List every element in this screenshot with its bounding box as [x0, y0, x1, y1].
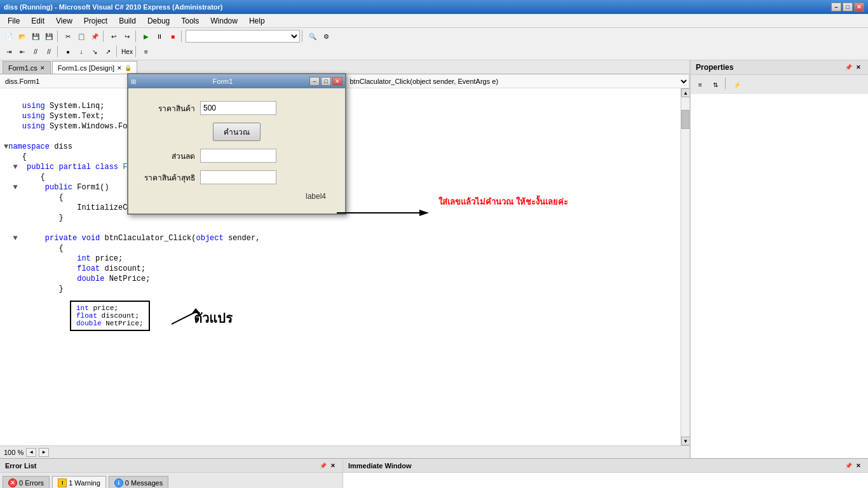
toolbar-row-2: ⇥ ⇤ // // ● ↓ ↘ ↗ Hex ≡: [3, 44, 865, 58]
immediate-content[interactable]: [343, 473, 868, 488]
separator-7: [116, 46, 119, 57]
search-button[interactable]: 🔍: [306, 30, 319, 43]
bottom-area: Error List 📌 ✕ ✕ 0 Errors ! 1 Warning i …: [0, 458, 868, 488]
immediate-pin[interactable]: 📌: [844, 461, 853, 470]
close-properties-button[interactable]: ✕: [854, 63, 863, 72]
menu-edit[interactable]: Edit: [26, 15, 50, 27]
indent-button[interactable]: ⇥: [3, 45, 15, 58]
start-button[interactable]: ▶: [140, 30, 153, 43]
maximize-button[interactable]: □: [843, 3, 853, 11]
menu-build[interactable]: Build: [114, 15, 141, 27]
menu-help[interactable]: Help: [244, 15, 270, 27]
editor-scrollbar[interactable]: ▲ ▼: [681, 88, 689, 445]
error-icon: ✕: [8, 478, 17, 487]
calculate-button[interactable]: คำนวณ: [213, 123, 261, 141]
separator-3: [135, 30, 138, 42]
separator-2: [103, 30, 105, 42]
tab-messages[interactable]: i 0 Messages: [109, 476, 168, 489]
properties-panel: Properties 📌 ✕ ≡ ⇅ ⚡: [690, 60, 868, 458]
form-close[interactable]: ✕: [332, 77, 342, 86]
properties-header: Properties 📌 ✕: [691, 60, 868, 75]
form-preview-window: ⊞ Form1 – □ ✕ ราคาสินค้า คำนวณ ส่วนลด: [127, 73, 346, 215]
tab-form1-design-label: Form1.cs [Design]: [58, 64, 114, 72]
uncomment-button[interactable]: //: [43, 45, 55, 58]
step-over-button[interactable]: ↓: [75, 45, 88, 58]
price-input[interactable]: [200, 101, 276, 115]
tab-form1-cs[interactable]: Form1.cs ✕: [3, 61, 51, 74]
netprice-row: ราคาสินค้าสุทธิ: [141, 170, 332, 184]
error-list-title-bar: Error List 📌 ✕: [0, 459, 342, 473]
open-button[interactable]: 📂: [16, 30, 29, 43]
tab-form1-design-close[interactable]: ✕: [117, 65, 122, 71]
separator-8: [135, 46, 138, 57]
config-button[interactable]: ⚙: [320, 30, 332, 43]
toolbar-area: 📄 📂 💾 💾 ✂ 📋 📌 ↩ ↪ ▶ ⏸ ■ 🔍 ⚙ ⇥ ⇤ // // ● …: [0, 28, 868, 60]
error-list-close[interactable]: ✕: [329, 461, 337, 470]
outdent-button[interactable]: ⇤: [16, 45, 29, 58]
tab-errors-label: 0 Errors: [19, 479, 44, 487]
discount-row: ส่วนลด: [141, 149, 332, 163]
immediate-close[interactable]: ✕: [854, 461, 863, 470]
zoom-right[interactable]: ►: [39, 448, 49, 457]
paste-button[interactable]: 📌: [88, 30, 101, 43]
pause-button[interactable]: ⏸: [153, 30, 166, 43]
netprice-input[interactable]: [200, 170, 276, 184]
immediate-controls: 📌 ✕: [844, 461, 863, 470]
step-into-button[interactable]: ↘: [88, 45, 101, 58]
form-minimize[interactable]: –: [309, 77, 320, 86]
menu-file[interactable]: File: [3, 15, 25, 27]
form-maximize[interactable]: □: [321, 77, 331, 86]
menu-debug[interactable]: Debug: [142, 15, 175, 27]
method-dropdown[interactable]: btnClaculator_Click(object sender, Event…: [345, 75, 690, 88]
menu-project[interactable]: Project: [79, 15, 112, 27]
tab-form1-cs-close[interactable]: ✕: [40, 65, 45, 71]
menu-window[interactable]: Window: [205, 15, 243, 27]
scroll-up[interactable]: ▲: [681, 88, 689, 97]
error-list-pin[interactable]: 📌: [318, 461, 327, 470]
form-preview-body: ราคาสินค้า คำนวณ ส่วนลด ราคาสินค้าสุทธิ …: [128, 88, 345, 214]
hex-label: Hex: [121, 45, 133, 58]
props-categorized-btn[interactable]: ≡: [693, 78, 707, 92]
copy-button[interactable]: 📋: [75, 30, 88, 43]
config-dropdown[interactable]: [186, 30, 300, 43]
save-button[interactable]: 💾: [29, 30, 42, 43]
tab-errors[interactable]: ✕ 0 Errors: [3, 476, 50, 489]
tab-form1-design[interactable]: Form1.cs [Design] ✕ 🔒: [52, 61, 137, 74]
discount-input[interactable]: [200, 149, 276, 163]
save-all-button[interactable]: 💾: [43, 30, 55, 43]
price-row: ราคาสินค้า: [141, 101, 332, 115]
close-button[interactable]: ✕: [854, 3, 864, 11]
menu-tools[interactable]: Tools: [176, 15, 204, 27]
scroll-thumb[interactable]: [681, 110, 689, 129]
cut-button[interactable]: ✂: [62, 30, 74, 43]
stop-button[interactable]: ■: [166, 30, 179, 43]
editor-panel: Form1.cs ✕ Form1.cs [Design] ✕ 🔒 diss.Fo…: [0, 60, 690, 458]
tab-bar: Form1.cs ✕ Form1.cs [Design] ✕ 🔒: [0, 60, 689, 74]
props-events-btn[interactable]: ⚡: [730, 78, 744, 92]
scroll-down[interactable]: ▼: [681, 437, 689, 445]
comment-button[interactable]: //: [29, 45, 42, 58]
separator-4: [181, 30, 184, 42]
tab-warnings[interactable]: ! 1 Warning: [52, 476, 106, 489]
minimize-button[interactable]: –: [831, 3, 841, 11]
menu-bar: File Edit View Project Build Debug Tools…: [0, 14, 868, 28]
tab-messages-label: 0 Messages: [125, 479, 163, 487]
zoom-left[interactable]: ◄: [26, 448, 36, 457]
new-file-button[interactable]: 📄: [3, 30, 15, 43]
window-controls: – □ ✕: [831, 3, 864, 11]
error-list-title: Error List: [5, 462, 37, 470]
more-btn[interactable]: ≡: [140, 45, 153, 58]
undo-button[interactable]: ↩: [107, 30, 120, 43]
immediate-title-bar: Immediate Window 📌 ✕: [343, 459, 868, 473]
menu-view[interactable]: View: [51, 15, 78, 27]
props-sep: [725, 78, 728, 89]
title-text: diss (Running) - Microsoft Visual C# 201…: [4, 3, 223, 11]
props-alpha-btn[interactable]: ⇅: [709, 78, 722, 92]
breakpoint-button[interactable]: ●: [62, 45, 74, 58]
step-out-button[interactable]: ↗: [102, 45, 114, 58]
redo-button[interactable]: ↪: [121, 30, 133, 43]
pin-button[interactable]: 📌: [844, 63, 853, 72]
separator-5: [302, 30, 304, 42]
error-list-controls: 📌 ✕: [318, 461, 337, 470]
button-row: คำนวณ: [141, 123, 332, 141]
